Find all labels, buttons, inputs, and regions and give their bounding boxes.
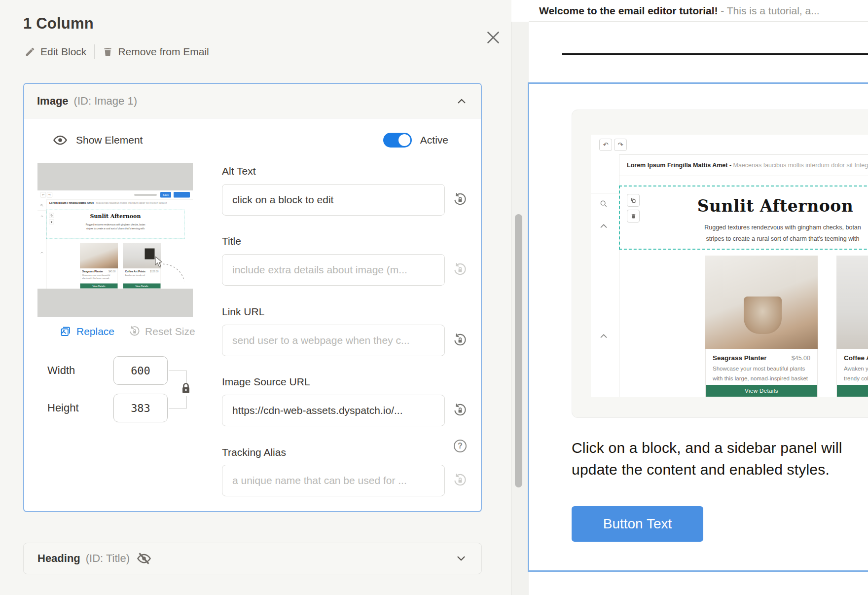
mini-selected-block: Sunlit Afternoon Rugged textures rendezv… [46,210,184,239]
pencil-icon [25,46,36,57]
tutorial-mini-subject: Lorem Ipsum Fringilla Mattis Amet - Maec… [619,154,868,176]
revert-lock-icon[interactable] [452,262,468,278]
mini-undo-icon: ↶ [40,192,46,198]
block-title: 1 Column [23,15,94,33]
revert-lock-icon[interactable] [452,473,468,488]
chevron-up-icon [600,334,608,338]
trash-icon [627,210,640,223]
email-divider-rule [562,53,868,55]
mini-preview-button [174,192,190,198]
view-details-button: View Details [837,385,868,397]
tutorial-image: ↶ ↷ Lorem Ipsum Fringilla Mattis Amet - … [572,110,868,418]
tutorial-selected-heading-block: Sunlit Afternoon Rugged textures rendezv… [619,186,868,250]
image-thumbnail: ↶ ↷ Save Lorem Ipsum Fringilla [37,163,193,317]
product-card: Coffee Art Prints$128.00 Awaken yotrendy… [836,256,868,397]
active-toggle[interactable] [383,133,412,148]
subject-line: Welcome to the email editor tutorial! - … [529,0,868,22]
revert-lock-icon [128,325,141,338]
mini-last-saved-text [134,194,157,196]
image-thumbnail-content: ↶ ↷ Save Lorem Ipsum Fringilla [37,190,193,289]
active-label: Active [420,134,448,146]
email-editor-app: 1 Column Edit Block Remove from Email [0,0,868,595]
width-input[interactable] [113,356,168,385]
mouse-cursor-icon [153,257,190,288]
replace-button[interactable]: Replace [60,326,114,337]
sidebar-scrollbar[interactable] [515,214,522,487]
aspect-link-line [169,371,187,383]
heading-panel-id: (ID: Title) [86,552,130,565]
width-label: Width [47,364,75,377]
redo-icon: ↷ [614,139,627,151]
preheader-text: - This is a tutorial, a... [718,5,820,17]
remove-from-email-label: Remove from Email [118,46,209,58]
mini-redo-icon: ↷ [47,192,52,198]
chevron-up-icon [600,223,608,228]
mini-save-button: Save [160,192,171,198]
link-url-input[interactable] [222,325,445,356]
mini-trash-icon [49,220,54,224]
mini-chevron-icon [40,252,43,254]
heading-block-panel[interactable]: Heading (ID: Title) [23,543,482,574]
image-source-url-input[interactable] [222,395,445,426]
mini-copy-icon [49,213,54,218]
block-actions: Edit Block Remove from Email [25,44,209,59]
search-icon [600,200,608,208]
edit-block-button[interactable]: Edit Block [25,46,86,58]
reset-size-button[interactable]: Reset Size [128,325,195,338]
tutorial-heading-text: Sunlit Afternoon [645,196,868,216]
chevron-up-icon[interactable] [455,95,468,108]
height-label: Height [47,402,79,414]
chevron-down-icon[interactable] [455,552,468,565]
image-block-panel: Image (ID: Image 1) Show Element Active [23,83,482,512]
tracking-alias-label: Tracking Alias [222,446,286,458]
product-photo [836,256,868,349]
reset-size-label: Reset Size [145,326,195,337]
revert-lock-icon[interactable] [452,333,468,348]
show-element-row: Show Element Active [53,127,448,153]
divider [94,44,95,59]
view-details-button: View Details [706,385,817,397]
image-source-url-label: Image Source URL [222,376,310,388]
image-panel-header[interactable]: Image (ID: Image 1) [24,84,481,118]
revert-lock-icon[interactable] [452,192,468,208]
show-element-label[interactable]: Show Element [76,134,143,146]
subject-text: Welcome to the email editor tutorial! [539,5,718,17]
image-panel-id: (ID: Image 1) [74,95,137,108]
close-icon [484,29,504,46]
toggle-knob [398,134,410,146]
tutorial-paragraph: Rugged textures rendezvous with gingham … [645,222,868,245]
block-settings-sidebar: 1 Column Edit Block Remove from Email [0,0,511,595]
height-input[interactable] [113,394,168,422]
eye-icon [53,133,68,148]
title-input[interactable] [222,254,445,286]
replace-label: Replace [76,326,114,337]
trash-icon [103,46,113,57]
tracking-alias-input[interactable] [222,465,445,496]
mini-search-icon [40,204,44,207]
selected-column-block[interactable]: ↶ ↷ Lorem Ipsum Fringilla Mattis Amet - … [528,82,868,572]
remove-from-email-button[interactable]: Remove from Email [103,46,209,58]
image-actions-row: Replace Reset Size [60,324,195,339]
alt-text-input[interactable] [222,184,445,216]
image-icon [60,326,72,337]
undo-icon: ↶ [599,139,612,151]
eye-off-icon [137,551,151,566]
help-icon[interactable]: ? [454,440,467,452]
email-body-text: Click on a block, and a sidebar panel wi… [572,437,842,481]
product-card: Seagrass Planter$45.00 Showcase your mos… [705,256,818,397]
heading-panel-title: Heading [37,552,80,565]
edit-block-label: Edit Block [40,46,86,58]
link-url-label: Link URL [222,306,264,318]
revert-lock-icon[interactable] [452,403,468,418]
email-cta-button[interactable]: Button Text [572,506,703,542]
close-panel-button[interactable] [484,28,504,47]
lock-icon[interactable] [180,382,192,395]
copy-icon [627,194,640,207]
email-preview-pane: Welcome to the email editor tutorial! - … [529,0,868,595]
image-panel-title: Image [37,95,69,108]
product-photo [705,256,818,349]
title-label: Title [222,235,241,247]
alt-text-label: Alt Text [222,165,255,177]
mini-chevron-icon [40,215,43,217]
aspect-link-line [169,396,187,409]
